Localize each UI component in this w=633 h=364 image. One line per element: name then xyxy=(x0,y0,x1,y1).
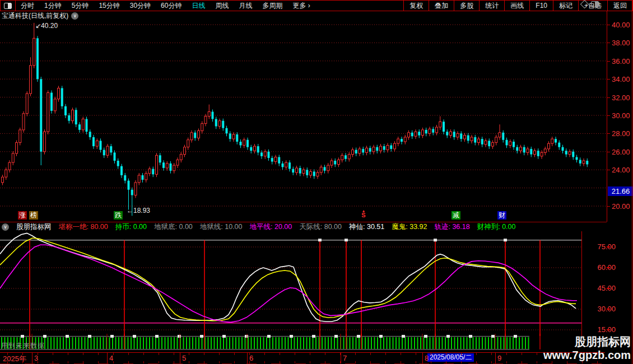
signal-flag: 财 xyxy=(497,211,506,220)
indicator-param: 地狱底: 0.00 xyxy=(154,222,193,232)
indicator-param: 神仙: 30.51 xyxy=(349,222,384,232)
minor-tick xyxy=(189,353,189,355)
period-menu: 分时1分钟5分钟15分钟30分钟60分钟日线周线月线多周期更多 › xyxy=(1,1,315,11)
layout-toggle-button[interactable] xyxy=(1,1,16,11)
strip-marker-square xyxy=(133,335,136,338)
menu-item-period[interactable]: 15分钟 xyxy=(94,1,124,11)
axis-tick xyxy=(607,309,610,310)
strip-marker-square xyxy=(424,335,427,338)
price-axis-label: 24.00 xyxy=(612,166,633,174)
menu-item-period[interactable]: 更多 › xyxy=(287,1,315,11)
indicator-param: 持币: 0.00 xyxy=(115,222,147,232)
strip-marker-square xyxy=(43,335,46,338)
minor-tick xyxy=(385,353,386,355)
vline-anchor-square xyxy=(434,239,437,241)
indicator-param: 轨迹: 36.18 xyxy=(434,222,469,232)
menu-item-tool[interactable]: 画线 xyxy=(504,1,529,11)
signal-bars xyxy=(2,337,529,349)
title-bar: 宝通科技(日线,前复权) ∨ xyxy=(0,11,607,21)
month-tick xyxy=(107,353,108,363)
price-axis-label: 32.00 xyxy=(612,94,633,102)
strip-marker-square xyxy=(245,335,248,338)
strip-marker-square xyxy=(110,335,114,338)
chevron-down-icon[interactable]: ∨ xyxy=(71,12,78,20)
menu-item-period[interactable]: 30分钟 xyxy=(125,1,156,11)
indicator-chart[interactable] xyxy=(0,231,581,336)
month-tick xyxy=(247,353,248,363)
price-axis-label: 34.00 xyxy=(612,75,633,83)
indicator-param: 堪称一绝: 80.00 xyxy=(59,222,108,232)
signal-flag: 涨 xyxy=(18,211,27,220)
menu-item-period[interactable]: 60分钟 xyxy=(156,1,187,11)
signal-bar-strip[interactable] xyxy=(0,334,581,351)
minor-tick xyxy=(446,353,446,355)
axis-tick xyxy=(607,43,610,43)
menu-item-tool[interactable]: 复权 xyxy=(403,1,429,11)
strip-marker-square xyxy=(178,335,181,338)
month-label: 6 xyxy=(249,354,253,362)
strip-marker-square xyxy=(155,335,159,338)
minor-tick xyxy=(159,353,159,355)
signal-bar-svg xyxy=(0,334,581,351)
minor-tick xyxy=(431,353,431,355)
menu-item-tool[interactable]: 标记 xyxy=(553,1,578,11)
month-tick xyxy=(341,353,341,363)
diamond-icon[interactable] xyxy=(580,0,589,8)
menu-item-period[interactable]: 多周期 xyxy=(257,1,287,11)
low-annotation: ←18.93 xyxy=(127,207,150,214)
minor-tick xyxy=(461,353,462,355)
vline-anchor-square xyxy=(504,239,507,241)
signal-flag: 减 xyxy=(452,211,460,220)
future-data-warning: 用到未来数据 xyxy=(1,341,45,351)
menu-item-tool[interactable]: 统计 xyxy=(479,1,504,11)
menu-item-period[interactable]: 1分钟 xyxy=(39,1,67,11)
minor-tick xyxy=(340,353,341,355)
menu-item-period[interactable]: 日线 xyxy=(187,1,210,11)
minor-tick xyxy=(219,353,220,355)
month-tick xyxy=(32,353,32,363)
minor-tick xyxy=(83,353,83,355)
minor-tick xyxy=(234,353,235,355)
title-bar-icons xyxy=(581,1,599,7)
minor-tick xyxy=(537,353,537,355)
stock-title[interactable]: 宝通科技(日线,前复权) xyxy=(2,11,68,21)
selected-date-badge: 2025/08/05/二 xyxy=(427,353,474,362)
window-right-border xyxy=(632,0,632,364)
panel-layout-icon[interactable] xyxy=(591,1,599,7)
menu-item-tool[interactable]: F10 xyxy=(529,1,553,11)
watermark: 股朋指标网 www.7gpzb.com xyxy=(538,335,631,362)
minor-tick xyxy=(53,353,53,355)
menu-item-tool[interactable]: 返回 xyxy=(607,1,632,11)
strip-marker-square xyxy=(267,335,271,338)
menu-item-period[interactable]: 分时 xyxy=(16,1,39,11)
candlestick-svg[interactable] xyxy=(0,21,607,222)
menu-item-period[interactable]: 周线 xyxy=(210,1,234,11)
indicator-svg[interactable] xyxy=(0,231,581,336)
menu-item-period[interactable]: 月线 xyxy=(234,1,257,11)
axis-tick xyxy=(607,97,610,98)
month-label: 9 xyxy=(497,354,501,362)
axis-tick xyxy=(607,170,610,170)
axis-tick xyxy=(607,267,610,268)
indicator-name[interactable]: 股朋指标网 xyxy=(16,222,52,232)
strip-marker-square xyxy=(66,335,69,338)
chevron-down-icon[interactable]: ∨ xyxy=(2,223,9,231)
menu-item-tool[interactable]: 多股 xyxy=(454,1,479,11)
menu-item-tool[interactable]: 叠加 xyxy=(429,1,454,11)
minor-tick xyxy=(491,353,492,355)
month-tick xyxy=(495,353,496,363)
minor-tick xyxy=(68,353,68,355)
watermark-site-url: www.7gpzb.com xyxy=(538,348,631,362)
price-axis-label: 20.00 xyxy=(612,202,633,211)
minor-tick xyxy=(506,353,507,355)
indicator-line-神仙 xyxy=(0,233,576,321)
strip-marker-square xyxy=(402,335,405,338)
candlestick-chart[interactable] xyxy=(0,21,607,222)
date-axis[interactable]: 2025年 2025/08/05/二 3456789 xyxy=(0,352,605,364)
menu-item-period[interactable]: 5分钟 xyxy=(67,1,94,11)
axis-tick xyxy=(607,61,610,62)
minor-tick xyxy=(38,353,38,355)
signal-flag: 跌 xyxy=(114,211,123,220)
minor-tick xyxy=(143,353,144,355)
axis-tick xyxy=(607,329,610,330)
